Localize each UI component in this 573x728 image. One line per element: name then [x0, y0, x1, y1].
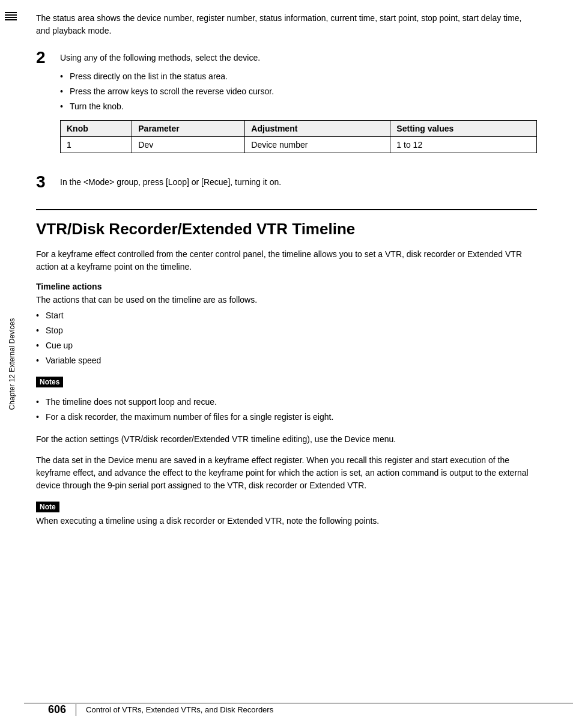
section-title: VTR/Disk Recorder/Extended VTR Timeline — [36, 220, 537, 238]
bullet-1: Press directly on the list in the status… — [60, 70, 537, 83]
col-header-setting: Setting values — [390, 121, 537, 137]
cell-knob: 1 — [61, 137, 132, 153]
col-header-knob: Knob — [61, 121, 132, 137]
col-header-parameter: Parameter — [132, 121, 245, 137]
step-3-instruction: In the <Mode> group, press [Loop] or [Re… — [60, 176, 537, 189]
step-2-instruction: Using any of the following methods, sele… — [60, 52, 537, 64]
note-item-2: For a disk recorder, the maximum number … — [36, 411, 537, 423]
step-3: 3 In the <Mode> group, press [Loop] or [… — [36, 174, 537, 195]
timeline-actions-description: The actions that can be used on the time… — [36, 295, 537, 305]
step-3-content: In the <Mode> group, press [Loop] or [Re… — [60, 174, 537, 195]
section-para2: The data set in the Device menu are save… — [36, 454, 537, 492]
sidebar-chapter-text: Chapter 12 External Devices — [8, 318, 16, 410]
sidebar-line-3 — [5, 17, 17, 18]
step-3-number: 3 — [36, 174, 53, 195]
main-content: The status area shows the device number,… — [24, 0, 573, 728]
sidebar-line-2 — [5, 14, 17, 16]
sidebar-lines — [5, 12, 17, 20]
section-intro-para: For a keyframe effect controlled from th… — [36, 248, 537, 273]
table-row: 1 Dev Device number 1 to 12 — [61, 137, 537, 153]
cell-parameter: Dev — [132, 137, 245, 153]
sidebar-line-1 — [5, 12, 17, 13]
footer-text: Control of VTRs, Extended VTRs, and Disk… — [86, 705, 273, 714]
sidebar: Chapter 12 External Devices — [0, 0, 24, 728]
step-2-bullets: Press directly on the list in the status… — [60, 70, 537, 113]
sidebar-line-4 — [5, 19, 17, 20]
section-separator — [36, 209, 537, 210]
action-variable: Variable speed — [36, 354, 537, 367]
col-header-adjustment: Adjustment — [245, 121, 390, 137]
note-box: Note When executing a timeline using a d… — [36, 502, 537, 526]
notes-label: Notes — [36, 377, 63, 387]
action-cueup: Cue up — [36, 339, 537, 352]
page-footer: 606 Control of VTRs, Extended VTRs, and … — [24, 703, 573, 716]
cell-adjustment: Device number — [245, 137, 390, 153]
action-start: Start — [36, 309, 537, 322]
cell-setting: 1 to 12 — [390, 137, 537, 153]
notes-box: Notes The timeline does not support loop… — [36, 377, 537, 423]
timeline-actions-section: Timeline actions The actions that can be… — [36, 282, 537, 367]
step-2-content: Using any of the following methods, sele… — [60, 49, 537, 163]
table-header-row: Knob Parameter Adjustment Setting values — [61, 121, 537, 137]
footer-page-number: 606 — [48, 703, 66, 716]
note-item-1: The timeline does not support loop and r… — [36, 396, 537, 408]
notes-bullets: The timeline does not support loop and r… — [36, 396, 537, 423]
page-container: Chapter 12 External Devices The status a… — [0, 0, 573, 728]
note-text: When executing a timeline using a disk r… — [36, 516, 537, 526]
timeline-actions-heading: Timeline actions — [36, 282, 537, 291]
step-2: 2 Using any of the following methods, se… — [36, 49, 537, 163]
intro-paragraph: The status area shows the device number,… — [36, 12, 537, 37]
section-para1: For the action settings (VTR/disk record… — [36, 433, 537, 446]
bullet-3: Turn the knob. — [60, 100, 537, 113]
params-table: Knob Parameter Adjustment Setting values… — [60, 120, 537, 153]
step-2-number: 2 — [36, 49, 53, 163]
footer-divider — [76, 704, 76, 716]
note-label: Note — [36, 502, 59, 512]
action-stop: Stop — [36, 324, 537, 337]
bullet-2: Press the arrow keys to scroll the rever… — [60, 85, 537, 98]
timeline-actions-bullets: Start Stop Cue up Variable speed — [36, 309, 537, 367]
